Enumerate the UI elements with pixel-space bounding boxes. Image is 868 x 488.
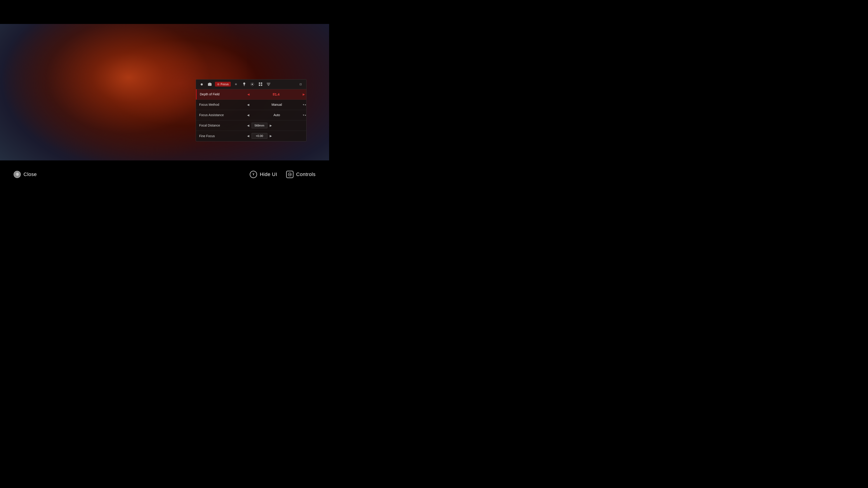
- fine-focus-value: +0.00: [252, 133, 268, 139]
- focal-distance-label: Focal Distance: [196, 121, 246, 129]
- focus-label: Focus: [221, 83, 228, 86]
- svg-point-0: [252, 84, 253, 85]
- fine-focus-label: Fine Focus: [196, 132, 246, 140]
- depth-of-field-prev[interactable]: ◀: [246, 93, 251, 96]
- focus-method-row[interactable]: Focus Method ◀ Manual ▾ ▸: [196, 100, 306, 110]
- focus-method-dropdown[interactable]: ▾ ▸: [303, 103, 306, 106]
- depth-of-field-value: f/1.4: [252, 92, 301, 96]
- focus-method-label: Focus Method: [196, 101, 246, 109]
- focus-method-control: ◀ Manual ▾ ▸: [246, 103, 306, 106]
- controls-button[interactable]: Controls: [286, 171, 315, 178]
- depth-of-field-row[interactable]: Depth of Field ◀ f/1.4 ▶: [196, 89, 306, 100]
- focus-tab-button[interactable]: ◎ Focus: [215, 82, 231, 87]
- focus-method-down-arrow: ▾: [303, 103, 304, 106]
- focal-distance-control: ◀ 569mm ▶: [246, 123, 306, 128]
- panel-resize-icon[interactable]: ⊡: [298, 81, 304, 87]
- y-icon-label: Y: [252, 173, 254, 176]
- focus-assistance-row[interactable]: Focus Assistance ◀ Auto ▾ ▸: [196, 110, 306, 121]
- record-icon[interactable]: ⏺: [199, 81, 205, 87]
- filter-icon[interactable]: [266, 81, 272, 87]
- focus-method-value: Manual: [252, 103, 302, 106]
- b-button-icon: Ⓑ: [13, 171, 21, 178]
- focus-assistance-value: Auto: [252, 113, 302, 117]
- y-button-icon: Y: [250, 171, 257, 178]
- depth-of-field-control: ◀ f/1.4 ▶: [246, 92, 306, 96]
- hide-ui-label: Hide UI: [260, 171, 277, 177]
- controls-icon: [286, 171, 293, 178]
- focal-distance-prev[interactable]: ◀: [246, 124, 251, 127]
- focus-assistance-right-arrow: ▸: [305, 113, 306, 117]
- focus-assistance-prev[interactable]: ◀: [246, 113, 251, 117]
- focus-assistance-down-arrow: ▾: [303, 113, 304, 117]
- focal-distance-row[interactable]: Focal Distance ◀ 569mm ▶: [196, 121, 306, 131]
- grid-icon[interactable]: [257, 81, 264, 87]
- bottom-bar: Ⓑ Close Y Hide UI Controls: [0, 164, 329, 184]
- focal-distance-value: 569mm: [252, 123, 268, 128]
- bottom-right-buttons: Y Hide UI Controls: [250, 171, 315, 178]
- focus-method-right-arrow: ▸: [305, 103, 306, 106]
- focus-assistance-dropdown[interactable]: ▾ ▸: [303, 113, 306, 117]
- bulb-icon[interactable]: [241, 81, 247, 87]
- close-label: Close: [24, 171, 37, 177]
- focus-circle-icon: ◎: [217, 83, 219, 86]
- focus-method-prev[interactable]: ◀: [246, 103, 251, 106]
- b-icon-label: Ⓑ: [16, 172, 19, 176]
- fine-focus-control: ◀ +0.00 ▶: [246, 133, 306, 139]
- fine-focus-row[interactable]: Fine Focus ◀ +0.00 ▶: [196, 131, 306, 141]
- close-button[interactable]: Ⓑ Close: [13, 171, 37, 178]
- panel-toolbar: ⏺ ◎ Focus ✳: [196, 79, 306, 89]
- controls-label: Controls: [296, 171, 315, 177]
- depth-of-field-label: Depth of Field: [197, 90, 246, 98]
- camera-icon[interactable]: [207, 81, 213, 87]
- focal-distance-next[interactable]: ▶: [268, 124, 273, 127]
- fine-focus-prev[interactable]: ◀: [246, 134, 251, 138]
- hide-ui-button[interactable]: Y Hide UI: [250, 171, 277, 178]
- sun-icon[interactable]: [249, 81, 255, 87]
- fine-focus-next[interactable]: ▶: [268, 134, 273, 138]
- focus-assistance-label: Focus Assistance: [196, 111, 246, 119]
- camera-panel: ⏺ ◎ Focus ✳: [196, 79, 307, 141]
- focus-assistance-control: ◀ Auto ▾ ▸: [246, 113, 306, 117]
- tools-icon[interactable]: ✳: [233, 81, 239, 87]
- depth-of-field-next[interactable]: ▶: [301, 93, 306, 96]
